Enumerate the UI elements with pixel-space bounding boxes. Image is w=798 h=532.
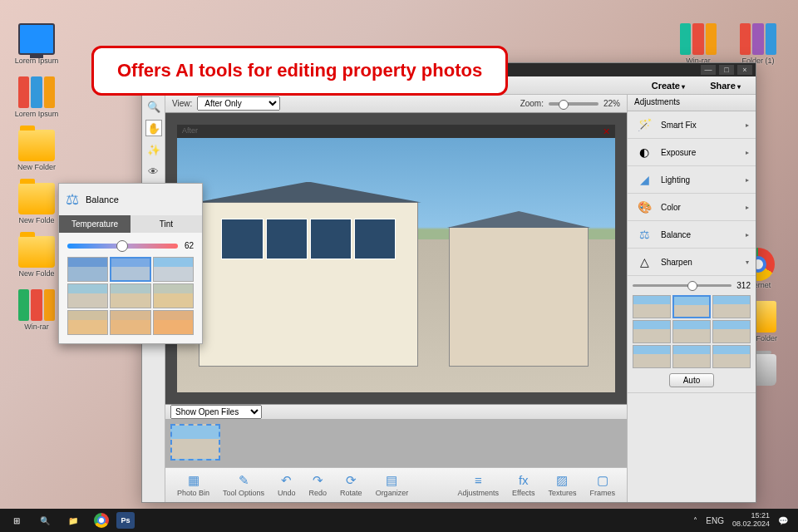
auto-button[interactable]: Auto [669,373,715,387]
desktop-icon-books[interactable]: Lorem Ipsum [12,76,62,118]
undo-icon: ↶ [279,473,294,488]
balance-preset[interactable] [110,310,150,335]
image-mode-label: After [182,126,198,135]
balance-tabs: Temperature Tint [59,215,202,233]
balance-preset[interactable] [67,257,108,282]
balance-preset[interactable] [110,257,150,282]
close-image-icon[interactable]: ✕ [603,126,610,137]
adj-balance[interactable]: ⚖Balance▸ [628,221,756,249]
tool-options-button[interactable]: ✎Tool Options [216,471,271,499]
frames-button[interactable]: ▢Frames [583,471,622,499]
adj-lighting[interactable]: ◢Lighting▸ [628,166,756,194]
sharpen-preset[interactable] [672,345,711,368]
zoom-tool-icon[interactable]: 🔍 [145,98,162,115]
maximize-button[interactable]: □ [719,65,734,75]
effects-button[interactable]: fxEffects [505,471,541,499]
sharpen-preset[interactable] [712,320,751,343]
chevron-right-icon: ▸ [746,231,749,239]
quick-select-tool-icon[interactable]: ✨ [145,141,162,158]
chevron-down-icon: ▾ [746,259,749,266]
balance-popup-title: Balance [86,195,119,204]
sharpen-preset[interactable] [633,320,671,343]
balance-preset[interactable] [67,283,108,308]
create-button[interactable]: Create [643,79,693,92]
redeye-tool-icon[interactable]: 👁 [145,163,162,180]
adj-sharpen[interactable]: △Sharpen▾ [628,249,756,276]
redo-icon: ↷ [310,473,325,488]
sharpen-preset[interactable] [672,295,711,318]
filmstrip-dropdown[interactable]: Show Open Files [170,405,262,419]
photo-bin-button[interactable]: ▦Photo Bin [170,471,216,499]
notifications-icon[interactable]: 💬 [778,516,788,525]
lighting-icon: ◢ [634,171,654,188]
organizer-button[interactable]: ▤Organizer [369,471,416,499]
balance-thumb-grid [67,257,194,335]
adj-smart-fix[interactable]: 🪄Smart Fix▸ [628,111,756,139]
rotate-button[interactable]: ⟳Rotate [333,471,369,499]
sharpen-preset[interactable] [712,295,751,318]
photoshop-taskbar-button[interactable]: Ps [116,512,135,529]
minimize-button[interactable]: — [701,65,716,75]
sharpen-thumb-grid [633,295,751,368]
adjustments-button[interactable]: ≡Adjustments [451,471,506,499]
sharpen-preset[interactable] [633,345,671,368]
sharpen-preset[interactable] [712,345,751,368]
canvas: After ✕ [165,113,627,404]
view-dropdown[interactable]: After Only [197,96,280,111]
sharpen-preset[interactable] [633,295,671,318]
chrome-taskbar-button[interactable]: .taskbar .chrome-icn::after{inset:4px;bo… [88,510,115,530]
share-button[interactable]: Share [702,79,749,92]
adjustments-icon: ≡ [470,473,485,488]
photo-bin-icon: ▦ [186,473,201,488]
undo-button[interactable]: ↶Undo [271,471,303,499]
balance-preset[interactable] [153,310,194,335]
start-button[interactable]: ⊞ [3,510,30,530]
balance-preset[interactable] [153,283,194,308]
taskbar-clock[interactable]: 15:21 08.02.2024 [732,512,770,529]
tray-chevron-icon[interactable]: ˄ [693,516,697,525]
desktop-icon-folder-2[interactable]: New Folde [12,183,62,224]
textures-button[interactable]: ▨Textures [541,471,583,499]
right-panel: Adjustments 🪄Smart Fix▸ ◐Exposure▸ ◢Ligh… [627,95,756,502]
tray-language[interactable]: ENG [706,516,724,525]
view-label: View: [172,99,192,108]
zoom-value: 22% [603,99,620,108]
desktop-icon-folder-1[interactable]: New Folder [12,130,62,171]
desktop-icon-folder-r[interactable]: Folder (1) [733,23,783,65]
temperature-slider[interactable] [67,244,178,249]
exposure-icon: ◐ [634,144,654,160]
sharpen-slider[interactable] [633,284,732,287]
close-button[interactable]: × [737,65,752,75]
desktop-icon-winrar[interactable]: Win-rar [12,289,62,331]
image-frame[interactable]: After ✕ [177,125,615,392]
color-icon: 🎨 [634,199,654,215]
smart-fix-icon: 🪄 [634,116,654,133]
frames-icon: ▢ [595,473,610,488]
balance-icon: ⚖ [634,226,654,243]
balance-preset[interactable] [110,283,150,308]
effects-icon: fx [516,473,531,488]
filmstrip-bar: Show Open Files [165,404,627,419]
balance-preset[interactable] [153,257,194,282]
tab-tint[interactable]: Tint [131,215,202,233]
callout-text: Offers AI tools for editing property pho… [117,60,482,81]
hand-tool-icon[interactable]: ✋ [145,120,162,136]
bottom-bar: ▦Photo Bin ✎Tool Options ↶Undo ↷Redo ⟳Ro… [165,467,627,502]
balance-preset[interactable] [67,310,108,335]
redo-button[interactable]: ↷Redo [303,471,334,499]
search-button[interactable]: 🔍 [32,510,58,530]
zoom-slider[interactable] [549,102,598,106]
desktop-icon-winrar-2[interactable]: Win-rar [673,23,723,65]
desktop-icon-folder-3[interactable]: New Folde [12,236,62,278]
temperature-value: 62 [185,241,194,250]
adj-color[interactable]: 🎨Color▸ [628,194,756,221]
adj-exposure[interactable]: ◐Exposure▸ [628,139,756,166]
taskbar: ⊞ 🔍 📁 .taskbar .chrome-icn::after{inset:… [0,509,798,532]
sharpen-preset[interactable] [672,320,711,343]
house-photo [177,138,615,392]
tab-temperature[interactable]: Temperature [59,215,131,233]
desktop-icon-pc[interactable]: Lorem Ipsum [12,23,62,65]
file-explorer-button[interactable]: 📁 [60,510,86,530]
filmstrip-thumb[interactable] [170,424,220,461]
zoom-label: Zoom: [520,99,544,108]
